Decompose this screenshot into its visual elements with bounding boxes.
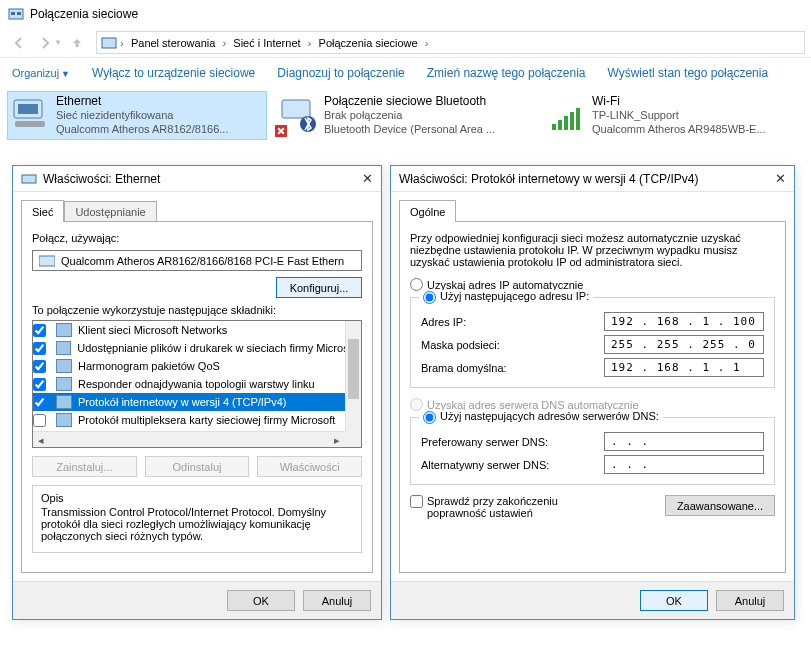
component-checkbox[interactable]	[33, 324, 46, 337]
organize-menu[interactable]: Organizuj▼	[12, 66, 70, 80]
ok-button[interactable]: OK	[227, 590, 295, 611]
install-button[interactable]: Zainstaluj...	[32, 456, 137, 477]
network-adapter-icon	[21, 171, 37, 187]
list-item[interactable]: Protokół multipleksera karty sieciowej f…	[33, 411, 345, 429]
dns2-input[interactable]: . . .	[604, 455, 764, 474]
breadcrumb-item[interactable]: Sieć i Internet	[229, 37, 304, 49]
tab-general[interactable]: Ogólne	[399, 200, 456, 222]
components-label: To połączenie wykorzystuje następujące s…	[32, 304, 362, 316]
component-checkbox[interactable]	[33, 396, 46, 409]
connection-device: Bluetooth Device (Personal Area ...	[324, 123, 495, 137]
list-item[interactable]: Responder odnajdywania topologii warstwy…	[33, 375, 345, 393]
status-button[interactable]: Wyświetl stan tego połączenia	[607, 66, 768, 80]
component-checkbox[interactable]	[33, 414, 46, 427]
dns-manual-radio[interactable]	[423, 411, 436, 424]
ip-address-label: Adres IP:	[421, 316, 604, 328]
cancel-button[interactable]: Anuluj	[303, 590, 371, 611]
adapter-name-box: Qualcomm Atheros AR8162/8166/8168 PCI-E …	[32, 250, 362, 271]
ipv4-properties-dialog: Właściwości: Protokół internetowy w wers…	[390, 165, 795, 620]
window-title: Połączenia sieciowe	[30, 7, 138, 21]
ethernet-properties-dialog: Właściwości: Ethernet ✕ Sieć Udostępnian…	[12, 165, 382, 620]
component-checkbox[interactable]	[33, 360, 46, 373]
list-item[interactable]: Udostępnianie plików i drukarek w siecia…	[33, 339, 345, 357]
component-icon	[56, 413, 72, 427]
configure-button[interactable]: Konfiguruj...	[276, 277, 362, 298]
components-list[interactable]: Klient sieci Microsoft Networks Udostępn…	[32, 320, 362, 448]
svg-rect-2	[17, 12, 21, 15]
list-item[interactable]: Harmonogram pakietów QoS	[33, 357, 345, 375]
vertical-scrollbar[interactable]	[345, 321, 361, 431]
toolbar: Organizuj▼ Wyłącz to urządzenie sieciowe…	[0, 58, 811, 88]
close-button[interactable]: ✕	[343, 171, 373, 186]
gateway-label: Brama domyślna:	[421, 362, 604, 374]
description-text: Transmission Control Protocol/Internet P…	[41, 506, 353, 542]
list-item[interactable]: Protokół internetowy w wersji 4 (TCP/IPv…	[33, 393, 345, 411]
connection-name: Wi-Fi	[592, 94, 766, 109]
dns2-label: Alternatywny serwer DNS:	[421, 459, 604, 471]
adapter-icon	[39, 254, 55, 268]
component-checkbox[interactable]	[33, 378, 46, 391]
close-button[interactable]: ✕	[756, 171, 786, 186]
list-item[interactable]: Klient sieci Microsoft Networks	[33, 321, 345, 339]
uninstall-button[interactable]: Odinstaluj	[145, 456, 250, 477]
horizontal-scrollbar[interactable]: ◂▸	[33, 431, 345, 447]
svg-rect-1	[11, 12, 15, 15]
tab-sharing[interactable]: Udostępnianie	[64, 201, 156, 222]
svg-rect-3	[102, 38, 116, 48]
nav-back-icon[interactable]	[6, 30, 32, 56]
ip-auto-label: Uzyskaj adres IP automatycznie	[427, 279, 775, 291]
chevron-right-icon[interactable]: ›	[219, 37, 229, 49]
chevron-right-icon[interactable]: ›	[305, 37, 315, 49]
advanced-button[interactable]: Zaawansowane...	[665, 495, 775, 516]
svg-rect-9	[22, 175, 36, 183]
dialog-title: Właściwości: Protokół internetowy w wers…	[399, 172, 756, 186]
component-icon	[56, 341, 71, 355]
svg-rect-6	[15, 121, 45, 127]
validate-checkbox[interactable]	[410, 495, 423, 508]
svg-rect-7	[282, 100, 310, 118]
properties-button[interactable]: Właściwości	[257, 456, 362, 477]
component-icon	[56, 377, 72, 391]
tab-network[interactable]: Sieć	[21, 200, 64, 222]
breadcrumb-item[interactable]: Panel sterowania	[127, 37, 219, 49]
component-icon	[56, 323, 72, 337]
disable-device-button[interactable]: Wyłącz to urządzenie sieciowe	[92, 66, 255, 80]
component-icon	[56, 359, 72, 373]
dns-manual-label: Użyj następujących adresów serwerów DNS:	[440, 410, 659, 422]
ok-button[interactable]: OK	[640, 590, 708, 611]
ethernet-icon	[10, 94, 50, 134]
svg-rect-5	[18, 104, 38, 114]
connection-status: Brak połączenia	[324, 109, 495, 123]
nav-up-icon[interactable]	[66, 32, 88, 54]
cancel-button[interactable]: Anuluj	[716, 590, 784, 611]
adapter-name: Qualcomm Atheros AR8162/8166/8168 PCI-E …	[61, 255, 344, 267]
ip-manual-radio[interactable]	[423, 291, 436, 304]
component-icon	[56, 395, 72, 409]
connection-name: Połączenie sieciowe Bluetooth	[324, 94, 495, 109]
connection-ethernet[interactable]: Ethernet Sieć niezidentyfikowana Qualcom…	[8, 92, 266, 139]
description-title: Opis	[41, 492, 353, 504]
connect-using-label: Połącz, używając:	[32, 232, 362, 244]
connection-wifi[interactable]: Wi-Fi TP-LINK_Support Qualcomm Atheros A…	[544, 92, 802, 139]
breadcrumb-item[interactable]: Połączenia sieciowe	[315, 37, 422, 49]
diagnose-button[interactable]: Diagnozuj to połączenie	[277, 66, 404, 80]
connection-bluetooth[interactable]: Połączenie sieciowe Bluetooth Brak połąc…	[276, 92, 534, 139]
gateway-input[interactable]: 192 . 168 . 1 . 1	[604, 358, 764, 377]
rename-button[interactable]: Zmień nazwę tego połączenia	[427, 66, 586, 80]
ip-address-input[interactable]: 192 . 168 . 1 . 100	[604, 312, 764, 331]
nav-history-dropdown[interactable]: ▼	[54, 38, 62, 47]
subnet-mask-label: Maska podsieci:	[421, 339, 604, 351]
ip-manual-label: Użyj następującego adresu IP:	[440, 290, 589, 302]
connection-device: Qualcomm Atheros AR9485WB-E...	[592, 123, 766, 137]
chevron-right-icon[interactable]: ›	[422, 37, 432, 49]
bluetooth-icon	[278, 94, 318, 134]
wifi-icon	[546, 94, 586, 134]
address-bar[interactable]: › Panel sterowania › Sieć i Internet › P…	[96, 31, 805, 54]
dialog-title: Właściwości: Ethernet	[43, 172, 343, 186]
dns1-input[interactable]: . . .	[604, 432, 764, 451]
component-checkbox[interactable]	[33, 342, 46, 355]
connection-name: Ethernet	[56, 94, 228, 109]
subnet-mask-input[interactable]: 255 . 255 . 255 . 0	[604, 335, 764, 354]
intro-text: Przy odpowiedniej konfiguracji sieci moż…	[410, 232, 775, 268]
chevron-right-icon[interactable]: ›	[117, 37, 127, 49]
